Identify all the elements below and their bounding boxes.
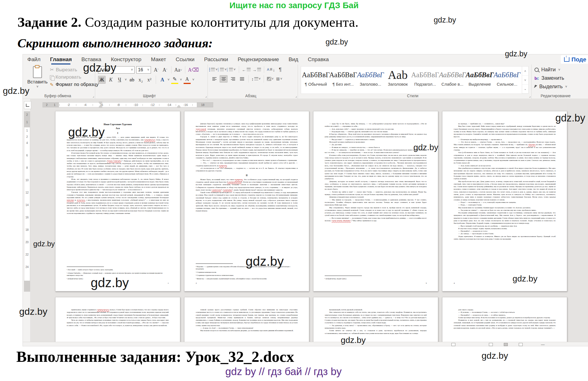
style-item[interactable]: АаБбВвГСильное... [493,67,521,93]
borders-button[interactable]: ⊞˅ [276,76,283,82]
bold-button[interactable]: Ж [98,76,106,84]
shading-button[interactable]: ˅ [267,76,274,82]
zoom-out-button[interactable]: — [541,342,545,346]
chevron-down-icon[interactable]: ˅ [180,78,182,82]
copy-button[interactable]: Копировать [50,74,99,80]
style-sample: АаБбВвГ [302,68,329,82]
bullets-button[interactable]: ˅ [211,66,218,73]
style-item[interactable]: AabЗаголовок [384,67,411,93]
dialog-launcher-icon[interactable]: ⌟ [295,94,297,98]
document-canvas[interactable]: Иван Сергеевич ТургеневАсяIМне было тогд… [30,99,588,342]
align-right-button[interactable] [229,76,237,82]
body-paragraph: Я назвал себя, и мы разговорились. Я узн… [325,154,427,180]
italic-button[interactable]: К [107,76,114,83]
status-macro-icon[interactable] [451,343,455,346]
style-item[interactable]: АаБбВвГСлабое в... [439,67,466,93]
select-button[interactable]: Выделить ˅ [534,84,581,90]
tab-selector[interactable] [24,101,31,109]
read-mode-button[interactable] [489,343,493,346]
shrink-font-button[interactable]: Аˇ [161,66,168,74]
change-case-button[interactable]: Аа˅ [174,66,182,74]
gdz-watermark: gdz.by [434,16,456,25]
subscript-button[interactable]: x₂ [137,76,144,83]
clear-formatting-button[interactable]: А⌫ [188,66,199,74]
font-color-button[interactable]: А [184,76,191,84]
body-paragraph: Лодка причалила. Я вышел и оглянулся. Ни… [454,235,556,241]
document-page[interactable]: для такого сердца.— Я уезжаю, — воскликн… [442,297,567,342]
style-label: Подзагол... [411,82,439,87]
gallery-up-icon[interactable]: ˄ [522,67,528,76]
align-center-button[interactable] [220,75,228,83]
web-layout-button[interactable] [519,343,523,346]
tab-вид[interactable]: Вид [289,56,298,63]
gdz-watermark: gdz.by [83,61,116,74]
tab-рецензирование[interactable]: Рецензирование [238,56,279,63]
multilevel-list-button[interactable]: ˅ [229,66,236,73]
page-body: примчались звуки старинного ланнеровског… [67,309,169,327]
grow-font-button[interactable]: Аˆ [153,66,160,74]
body-paragraph: (милых березок!) скромно теплились в ули… [196,123,298,136]
horizontal-ruler[interactable]: 2124681012141618 [43,101,213,108]
style-item[interactable]: АаБбВвГЗаголово... [357,67,384,93]
ruler-number: 20 [24,241,30,244]
sort-button[interactable]: АЯ↓ [267,66,275,73]
body-paragraph: Мы пошли вниз по тропинке. Камни вдруг п… [454,207,556,209]
justify-button[interactable] [238,76,246,82]
find-button[interactable]: Найти ˅ [534,67,581,73]
document-page[interactable]: темной гранью круто рассеченных горных г… [184,297,309,342]
font-size-select[interactable]: 16˅ [136,66,151,74]
ruler-number: 10 [135,103,138,107]
font-size-value: 16 [138,67,143,72]
style-item[interactable]: АаБбВвГПодзагол... [411,67,439,93]
line-spacing-button[interactable]: ↕˅ [251,76,261,82]
tab-файл[interactable]: Файл [27,56,41,63]
gallery-down-icon[interactable]: ˅ [522,76,528,85]
document-page[interactable]: примчались звуки старинного ланнеровског… [55,297,180,342]
underline-button[interactable]: Ч [116,76,123,83]
right-indent-marker[interactable] [177,105,181,107]
dialog-launcher-icon[interactable]: ⌟ [529,94,531,98]
tab-макет[interactable]: Макет [151,56,166,63]
chevron-down-icon[interactable]: ˅ [192,78,194,82]
body-paragraph: но прежде, — прибавил он, — оглянитесь..… [454,123,556,125]
print-layout-button[interactable] [504,343,508,346]
footnote: ⁸ Добрый вечер, мадам! (нем.) [325,278,427,280]
replace-button[interactable]: bc Заменить [534,75,581,81]
style-item[interactable]: АаБбВвГ¶ Обычный [302,67,329,93]
style-item[interactable]: АаБбВвГВыделение [466,67,493,93]
style-item[interactable]: АаБбВвГ¶ Без инт... [329,67,357,93]
chevron-down-icon[interactable]: ˅ [168,78,170,82]
group-label-font: Шрифт [95,94,204,98]
dialog-launcher-icon[interactable]: ⌟ [92,94,94,98]
tab-главная[interactable]: Главная [50,56,72,63]
footnotes: ⁸ Добрый вечер, мадам! (нем.) [325,275,427,281]
numbering-button[interactable]: ˅ [220,66,227,73]
gallery-more-icon[interactable]: ⌄ [522,85,528,94]
format-painter-button[interactable]: ✎ Формат по образцу [50,82,99,87]
dialog-launcher-icon[interactable]: ⌟ [205,94,207,98]
share-button[interactable]: Поде [561,55,588,64]
body-paragraph: — Вы русские? — сорвалось у меня невольн… [325,138,427,141]
task-heading: Задание 2. Создадим разные колонтитулы д… [17,14,358,30]
decrease-indent-button[interactable]: ← [242,66,251,73]
text-effects-button[interactable]: А [159,76,166,83]
gdz-watermark: gdz.by [68,125,105,139]
align-left-button[interactable] [211,76,218,82]
document-page[interactable]: — куда бы то ни было, лишь бы вперед, — … [313,111,438,291]
chevron-down-icon[interactable]: ˅ [125,78,127,82]
increase-indent-button[interactable]: → [252,66,261,73]
tab-ссылки[interactable]: Ссылки [176,56,195,63]
show-paragraph-marks-button[interactable]: ¶ [277,66,284,73]
strikethrough-button[interactable]: ab [128,76,135,83]
document-page[interactable]: вызывающей, почти дерзкой усмешкой.Она з… [313,297,438,342]
superscript-button[interactable]: x² [146,76,153,83]
vertical-ruler[interactable]: 21124681012141618202224 [24,111,30,292]
body-paragraph: — Пора! — воскликнул я, — а то, пожалуй,… [454,201,556,204]
highlight-color-button[interactable]: ✎ [171,76,178,84]
styles-gallery-scroll[interactable]: ˄ ˅ ⌄ [522,66,529,94]
ruler-number: 6 [24,154,30,157]
document-page[interactable]: но прежде, — прибавил он, — оглянитесь..… [442,111,567,291]
tab-рассылки[interactable]: Рассылки [204,56,228,63]
paste-button[interactable]: Вставить ˅ [27,66,48,89]
tab-справка[interactable]: Справка [308,56,329,63]
